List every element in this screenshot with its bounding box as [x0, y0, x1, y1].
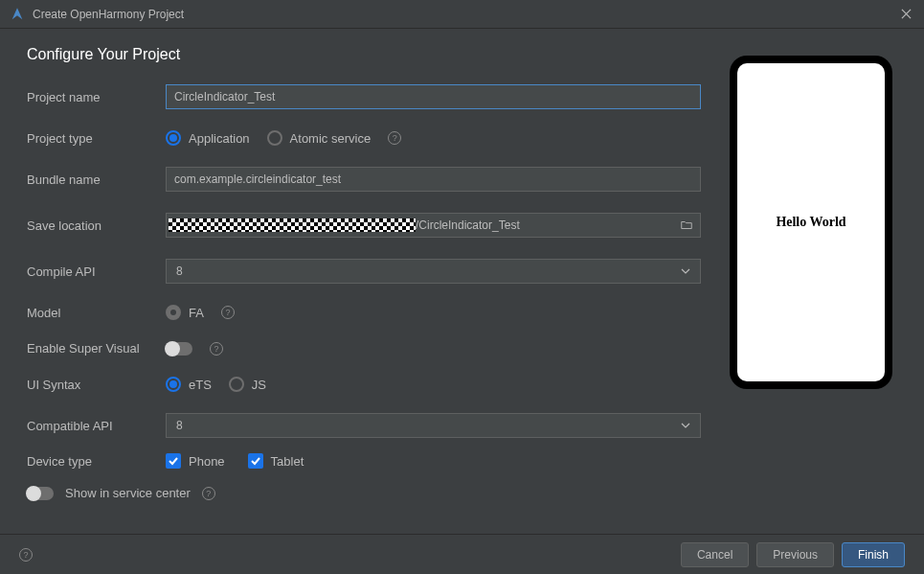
- finish-button[interactable]: Finish: [842, 542, 905, 567]
- label-compatible-api: Compatible API: [27, 419, 166, 433]
- enable-super-visual-toggle[interactable]: [166, 342, 192, 356]
- browse-folder-icon[interactable]: [679, 218, 694, 232]
- save-location-input[interactable]: /CircleIndicator_Test: [166, 213, 701, 238]
- compile-api-select[interactable]: 8: [166, 259, 701, 284]
- radio-unselected-icon: [229, 377, 244, 392]
- previous-button[interactable]: Previous: [756, 542, 834, 567]
- chevron-down-icon: [681, 266, 690, 276]
- help-icon[interactable]: ?: [388, 131, 401, 145]
- project-type-application-radio[interactable]: Application: [166, 130, 250, 146]
- label-save-location: Save location: [27, 218, 166, 233]
- checkbox-label: Tablet: [271, 454, 304, 469]
- radio-selected-icon: [166, 130, 181, 146]
- footer: ? Cancel Previous Finish: [0, 534, 924, 574]
- app-logo-icon: [10, 7, 25, 22]
- ui-syntax-ets-radio[interactable]: eTS: [166, 377, 212, 392]
- help-icon[interactable]: ?: [221, 306, 235, 319]
- titlebar: Create OpenHarmony Project: [0, 0, 924, 29]
- device-tablet-checkbox[interactable]: [248, 453, 263, 469]
- label-enable-super-visual: Enable Super Visual: [27, 341, 166, 356]
- select-value: 8: [176, 264, 183, 278]
- radio-unselected-icon: [267, 130, 282, 146]
- select-value: 8: [176, 419, 183, 432]
- redacted-path-icon: [169, 218, 416, 232]
- close-icon[interactable]: [897, 6, 914, 23]
- label-bundle-name: Bundle name: [27, 172, 166, 187]
- help-icon[interactable]: ?: [202, 487, 215, 500]
- ui-syntax-js-radio[interactable]: JS: [229, 377, 266, 392]
- radio-label: Atomic service: [290, 131, 372, 146]
- radio-label: Application: [189, 131, 250, 146]
- device-preview-frame: Hello World: [730, 56, 892, 389]
- label-model: Model: [27, 306, 166, 320]
- radio-label: eTS: [189, 378, 212, 392]
- device-phone-checkbox[interactable]: [166, 453, 181, 469]
- radio-label: FA: [189, 306, 204, 320]
- bundle-name-input[interactable]: [166, 167, 701, 192]
- label-ui-syntax: UI Syntax: [27, 378, 166, 392]
- label-device-type: Device type: [27, 454, 166, 469]
- project-name-input[interactable]: [166, 84, 701, 109]
- device-preview-screen: Hello World: [737, 63, 885, 381]
- help-icon[interactable]: ?: [19, 548, 33, 562]
- project-type-atomic-service-radio[interactable]: Atomic service: [267, 130, 372, 146]
- preview-text: Hello World: [776, 215, 845, 230]
- cancel-button[interactable]: Cancel: [681, 542, 749, 567]
- label-project-type: Project type: [27, 131, 166, 146]
- page-title: Configure Your Project: [27, 46, 701, 63]
- radio-label: JS: [252, 378, 266, 392]
- checkbox-label: Phone: [189, 454, 225, 469]
- model-fa-radio: FA: [166, 305, 204, 320]
- help-icon[interactable]: ?: [210, 342, 223, 356]
- show-in-service-center-toggle[interactable]: [27, 487, 54, 500]
- window-title: Create OpenHarmony Project: [33, 8, 897, 21]
- radio-selected-icon: [166, 377, 181, 392]
- label-compile-api: Compile API: [27, 264, 166, 279]
- label-project-name: Project name: [27, 90, 166, 104]
- chevron-down-icon: [681, 421, 690, 430]
- save-location-suffix: /CircleIndicator_Test: [416, 218, 679, 232]
- radio-disabled-icon: [166, 305, 181, 320]
- compatible-api-select[interactable]: 8: [166, 413, 701, 438]
- label-show-in-service-center: Show in service center: [65, 486, 191, 500]
